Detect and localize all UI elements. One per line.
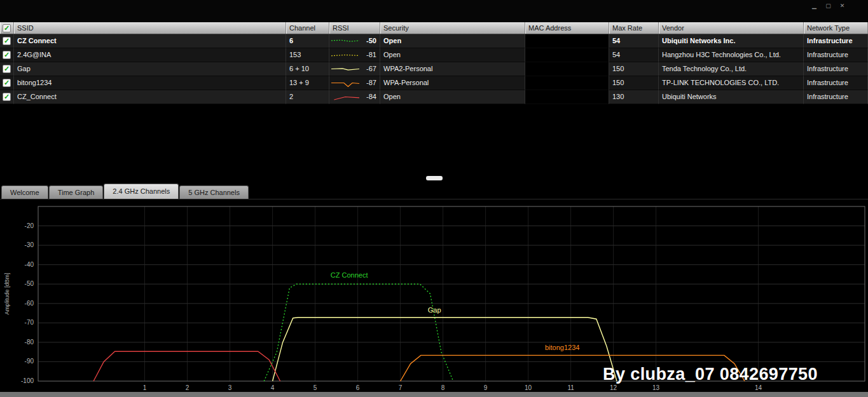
mac-cell — [525, 90, 609, 104]
channel-cell: 2 — [286, 90, 329, 104]
minimize-icon[interactable]: ▁ — [810, 3, 818, 10]
header-security[interactable]: Security — [380, 22, 525, 34]
row-checkbox[interactable]: ✓ — [3, 51, 11, 59]
svg-text:bitong1234: bitong1234 — [545, 344, 579, 351]
security-cell: WPA-Personal — [380, 76, 525, 90]
channel-cell: 13 + 9 — [286, 76, 329, 90]
rssi-cell: -84 — [329, 90, 380, 104]
maximize-icon[interactable]: ▢ — [824, 3, 832, 10]
check-icon: ✓ — [4, 51, 10, 58]
rssi-cell: -81 — [329, 48, 380, 62]
row-checkbox[interactable]: ✓ — [3, 37, 11, 45]
svg-text:-60: -60 — [25, 300, 34, 307]
ssid-cell: bitong1234 — [14, 76, 286, 90]
max-rate-cell: 150 — [609, 62, 659, 76]
network-table: ✓ SSID Channel RSSI Security MAC Address… — [0, 22, 868, 104]
close-icon[interactable]: ✕ — [838, 3, 846, 10]
rssi-sparkline — [331, 51, 359, 59]
header-mac-address[interactable]: MAC Address — [525, 22, 609, 34]
rssi-value: -67 — [361, 62, 376, 76]
max-rate-cell: 130 — [609, 90, 659, 104]
vendor-cell: Ubiquiti Networks — [659, 90, 804, 104]
header-vendor[interactable]: Vendor — [659, 22, 804, 34]
rssi-sparkline — [331, 79, 359, 87]
ssid-cell: CZ_Connect — [14, 90, 286, 104]
svg-text:-30: -30 — [25, 241, 34, 248]
channel-cell: 6 — [286, 34, 329, 48]
tab-time-graph[interactable]: Time Graph — [49, 185, 104, 199]
channel-cell: 6 + 10 — [286, 62, 329, 76]
row-checkbox-cell: ✓ — [0, 62, 14, 76]
svg-text:-50: -50 — [25, 280, 34, 287]
select-all-checkbox[interactable]: ✓ — [3, 24, 11, 32]
rssi-value: -50 — [361, 34, 376, 48]
header-ssid[interactable]: SSID — [14, 22, 286, 34]
svg-text:10: 10 — [525, 384, 532, 391]
network-type-cell: Infrastructure — [804, 62, 868, 76]
svg-text:-70: -70 — [25, 319, 34, 326]
rssi-cell: -67 — [329, 62, 380, 76]
header-channel[interactable]: Channel — [286, 22, 329, 34]
table-row[interactable]: ✓ CZ_Connect 2 -84 Open 130 Ubiquiti Net… — [0, 90, 868, 104]
header-select-all[interactable]: ✓ — [0, 22, 14, 34]
table-row[interactable]: ✓ 2.4G@INA 153 -81 Open 54 Hangzhou H3C … — [0, 48, 868, 62]
svg-text:1: 1 — [143, 384, 147, 391]
rssi-cell: -50 — [329, 34, 380, 48]
security-cell: Open — [380, 90, 525, 104]
row-checkbox[interactable]: ✓ — [3, 65, 11, 73]
vendor-cell: Hangzhou H3C Technologies Co., Ltd. — [659, 48, 804, 62]
table-row[interactable]: ✓ Gap 6 + 10 -67 WPA2-Personal 150 Tenda… — [0, 62, 868, 76]
svg-text:Gap: Gap — [428, 306, 441, 314]
rssi-value: -87 — [361, 76, 376, 90]
network-type-cell: Infrastructure — [804, 76, 868, 90]
titlebar: ▁ ▢ ✕ — [0, 0, 868, 22]
ssid-cell: 2.4G@INA — [14, 48, 286, 62]
max-rate-cell: 54 — [609, 34, 659, 48]
ssid-cell: CZ Connect — [14, 34, 286, 48]
svg-text:-90: -90 — [25, 358, 34, 365]
bottom-strip — [0, 392, 868, 397]
rssi-cell: -87 — [329, 76, 380, 90]
check-icon: ✓ — [4, 37, 10, 44]
network-type-cell: Infrastructure — [804, 48, 868, 62]
rssi-sparkline — [331, 37, 359, 45]
table-row[interactable]: ✓ bitong1234 13 + 9 -87 WPA-Personal 150… — [0, 76, 868, 90]
vendor-cell: Ubiquiti Networks Inc. — [659, 34, 804, 48]
panel-splitter-handle[interactable] — [426, 176, 443, 180]
svg-text:-80: -80 — [25, 339, 34, 346]
vendor-cell: TP-LINK TECHNOLOGIES CO., LTD. — [659, 76, 804, 90]
table-row[interactable]: ✓ CZ Connect 6 -50 Open 54 Ubiquiti Netw… — [0, 34, 868, 48]
header-max-rate[interactable]: Max Rate — [609, 22, 659, 34]
tab-24ghz-channels[interactable]: 2.4 GHz Channels — [104, 184, 179, 199]
rssi-sparkline — [331, 93, 359, 101]
security-cell: Open — [380, 34, 525, 48]
svg-text:5: 5 — [313, 384, 317, 391]
max-rate-cell: 54 — [609, 48, 659, 62]
network-type-cell: Infrastructure — [804, 90, 868, 104]
row-checkbox-cell: ✓ — [0, 48, 14, 62]
svg-text:8: 8 — [441, 384, 445, 391]
rssi-value: -81 — [361, 48, 376, 62]
row-checkbox[interactable]: ✓ — [3, 93, 11, 101]
watermark-text: By clubza_07 0842697750 — [603, 365, 818, 384]
mac-cell — [525, 48, 609, 62]
mac-cell — [525, 76, 609, 90]
header-rssi[interactable]: RSSI — [329, 22, 380, 34]
header-network-type[interactable]: Network Type — [804, 22, 868, 34]
svg-text:-40: -40 — [25, 261, 34, 268]
vendor-cell: Tenda Technology Co., Ltd. — [659, 62, 804, 76]
tab-5ghz-channels[interactable]: 5 GHz Channels — [179, 185, 249, 199]
svg-text:7: 7 — [399, 384, 403, 391]
rssi-value: -84 — [361, 90, 376, 104]
row-checkbox[interactable]: ✓ — [3, 79, 11, 87]
check-icon: ✓ — [4, 25, 10, 32]
tab-welcome[interactable]: Welcome — [1, 185, 48, 199]
ssid-cell: Gap — [14, 62, 286, 76]
row-checkbox-cell: ✓ — [0, 90, 14, 104]
svg-text:14: 14 — [755, 384, 762, 391]
security-cell: WPA2-Personal — [380, 62, 525, 76]
check-icon: ✓ — [4, 79, 10, 86]
check-icon: ✓ — [4, 65, 10, 72]
mac-cell — [525, 34, 609, 48]
row-checkbox-cell: ✓ — [0, 76, 14, 90]
